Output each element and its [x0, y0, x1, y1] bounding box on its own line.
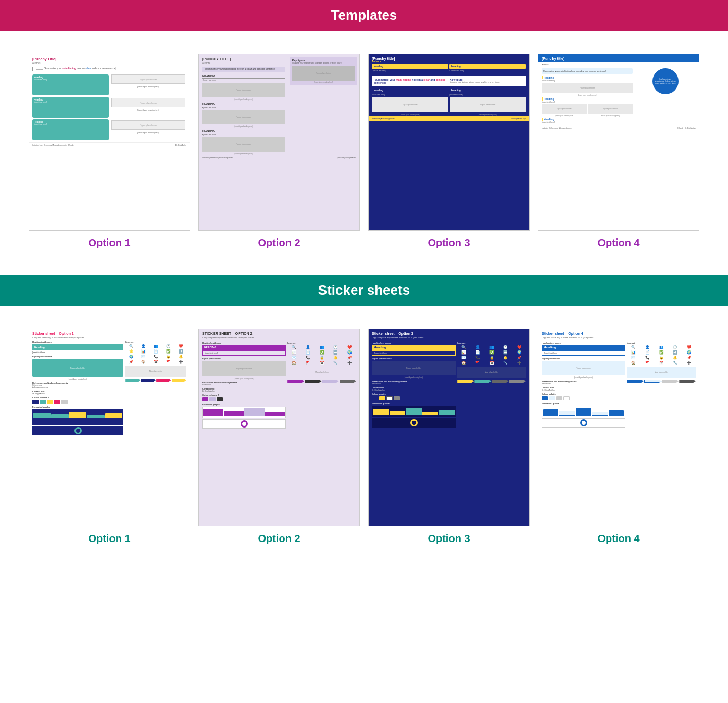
s3-icon-mail: ✉️	[457, 356, 470, 360]
t3-top: [Punchy title] Authors Heading Heading •…	[369, 54, 529, 74]
t1-summary: _____ [Summarise your main finding here …	[32, 67, 186, 71]
s2-icon-search: 🔍	[287, 345, 300, 349]
s4-icon-chart: 📊	[627, 350, 640, 355]
s3-icon-home: 🏠	[457, 361, 470, 365]
templates-header: Templates	[0, 0, 728, 31]
t2-title: [PUNCHY TITLE]	[199, 54, 288, 62]
icon-doc: 📄	[150, 349, 162, 354]
icon-plus: ➕	[175, 360, 186, 364]
t1-authors: Authors	[29, 62, 190, 66]
template-option-4-label: Option 4	[597, 237, 639, 249]
template-card-1[interactable]: [Punchy Title] Authors _____ [Summarise …	[29, 54, 190, 231]
s4-icon-flag: 🚩	[641, 361, 654, 365]
s3-icon-group: 👥	[485, 345, 498, 349]
stickers-options-row: Sticker sheet – Option 1 Copy and paste …	[16, 329, 712, 545]
t2-footer: Institution | References | Acknowledgeme…	[199, 155, 359, 160]
s3-icon-chart: 📊	[457, 350, 470, 355]
s4-icon-globe: 🌍	[683, 350, 696, 355]
s3-subtitle: Copy and paste any of these elements on …	[369, 336, 529, 341]
t4-footer: Institution | References | Acknowledgeme…	[538, 125, 699, 131]
s4-icon-doc: 📄	[641, 350, 654, 355]
sticker-card-1[interactable]: Sticker sheet – Option 1 Copy and paste …	[29, 329, 190, 526]
t1-punchy-title: [Punchy Title]	[29, 54, 190, 62]
s2-icon-group: 👥	[316, 345, 329, 349]
s3-icon-search: 🔍	[457, 345, 470, 349]
icon-home: 🏠	[138, 360, 149, 364]
sticker-option-3-col: Sticker sheet – Option 3 Copy and paste …	[368, 329, 530, 545]
s4-icon-home: 🏠	[627, 361, 640, 365]
icon-check: ✅	[162, 349, 174, 354]
s2-icon-globe: 🌍	[343, 350, 356, 355]
s2-icon-phone: 📞	[302, 356, 315, 360]
icon-chart: 📊	[138, 349, 149, 354]
t1-figure-1: Figure placeholder	[111, 74, 186, 84]
s1-right: Icon set 🔍 👤 👥 🕐 ❤️ ⭐ 📊 📄 ✅	[125, 341, 186, 435]
icon-arrow: ➡️	[175, 349, 186, 354]
sticker-option-2-col: STICKER SHEET – OPTION 2 Copy and paste …	[198, 329, 360, 545]
stickers-section: Sticker sheets Sticker sheet – Option 1 …	[0, 275, 728, 560]
template-option-2-label: Option 2	[258, 237, 300, 249]
s2-icon-pin: 📌	[343, 356, 356, 360]
s2-title: STICKER SHEET – OPTION 2	[199, 329, 359, 336]
template-card-4[interactable]: [Punchy title] Authors [Summarise your m…	[538, 54, 699, 231]
template-option-4-col: [Punchy title] Authors [Summarise your m…	[538, 54, 699, 249]
s4-icon-tool: 🔧	[669, 361, 682, 365]
icon-flag: 🚩	[162, 360, 174, 364]
s2-icon-lock: 🔒	[316, 356, 329, 360]
s2-icon-cal: 📅	[316, 361, 329, 365]
icon-person: 👤	[138, 344, 149, 348]
templates-title: Templates	[331, 7, 397, 23]
s4-icon-clock: 🕐	[669, 345, 682, 349]
sticker-option-4-col: Sticker sheet – Option 4 Copy and paste …	[538, 329, 699, 545]
s2-icon-doc: 📄	[302, 350, 315, 355]
template-option-3-label: Option 3	[428, 237, 470, 249]
s2-icon-flag: 🚩	[302, 361, 315, 365]
template-option-3-col: [Punchy title] Authors Heading Heading •…	[368, 54, 530, 249]
s4-icon-plus: ➕	[683, 361, 696, 365]
s3-icon-pin: 📌	[513, 356, 526, 360]
t2-sections: HEADING • [insert text here] Figure plac…	[199, 74, 288, 155]
s3-icon-phone: 📞	[471, 356, 484, 360]
s3-icon-arrow: ➡️	[499, 350, 512, 355]
template-card-2[interactable]: [PUNCHY TITLE] Authors [Summarise your m…	[198, 54, 360, 231]
s4-icon-person: 👤	[641, 345, 654, 349]
templates-options-row: [Punchy Title] Authors _____ [Summarise …	[16, 54, 712, 249]
sticker-option-2-label: Option 2	[258, 533, 300, 545]
icon-lock: 🔒	[162, 355, 174, 359]
template-card-3[interactable]: [Punchy title] Authors Heading Heading •…	[368, 54, 530, 231]
icon-bell: 🔔	[175, 355, 186, 359]
s2-icon-clock: 🕐	[329, 345, 342, 349]
s2-icon-plus: ➕	[343, 361, 356, 365]
s2-subtitle: Copy and paste any of these elements on …	[199, 336, 359, 341]
s4-icon-search: 🔍	[627, 345, 640, 349]
template-option-2-col: [PUNCHY TITLE] Authors [Summarise your m…	[198, 54, 360, 249]
s4-icon-phone: 📞	[641, 356, 654, 360]
s4-icon-mail: ✉️	[627, 356, 640, 360]
s4-title: Sticker sheet – Option 4	[538, 329, 699, 336]
s1-title: Sticker sheet – Option 1	[29, 329, 190, 336]
stickers-title: Sticker sheets	[318, 282, 410, 298]
t2-summary: [Summarise your main finding here in a c…	[202, 67, 285, 72]
stickers-header: Sticker sheets	[0, 275, 728, 306]
s2-icon-home: 🏠	[287, 361, 300, 365]
s2-icon-tool: 🔧	[329, 361, 342, 365]
s3-icon-doc: 📄	[471, 350, 484, 355]
s4-icon-check: ✅	[655, 350, 668, 355]
s3-icon-clock: 🕐	[499, 345, 512, 349]
sticker-card-4[interactable]: Sticker sheet – Option 4 Copy and paste …	[538, 329, 699, 526]
icon-phone: 📞	[150, 355, 162, 359]
sticker-card-3[interactable]: Sticker sheet – Option 3 Copy and paste …	[368, 329, 530, 526]
sticker-card-2[interactable]: STICKER SHEET – OPTION 2 Copy and paste …	[198, 329, 360, 526]
t1-figure-3: Figure placeholder	[111, 120, 186, 130]
s3-icon-person: 👤	[471, 345, 484, 349]
sticker-option-1-col: Sticker sheet – Option 1 Copy and paste …	[29, 329, 190, 545]
t1-figure-2: Figure placeholder	[111, 98, 186, 107]
s3-icon-lock: 🔒	[485, 356, 498, 360]
s2-icon-mail: ✉️	[287, 356, 300, 360]
t3-figures: Figure placeholder Figure placeholder	[372, 97, 526, 112]
s4-icon-bell: 🔔	[669, 356, 682, 360]
icon-group: 👥	[150, 344, 162, 348]
s4-icon-cal: 📅	[655, 361, 668, 365]
s2-icon-bell: 🔔	[329, 356, 342, 360]
t3-heading-bar: Heading Heading	[372, 88, 526, 93]
